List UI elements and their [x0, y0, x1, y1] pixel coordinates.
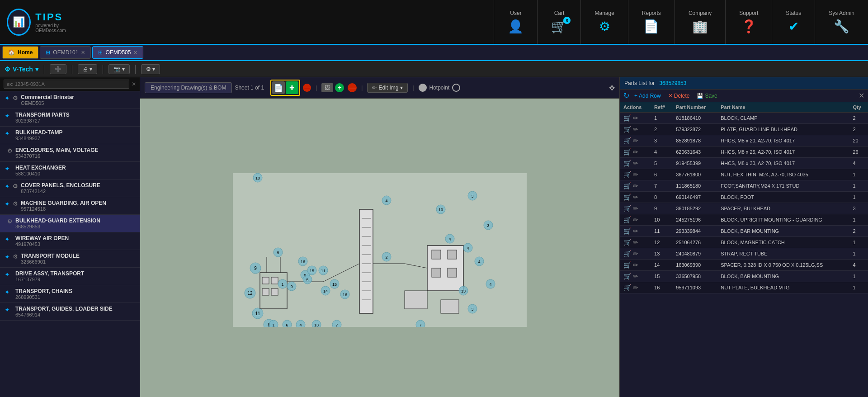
- parts-panel-close[interactable]: ✕: [859, 91, 864, 100]
- sidebar-item[interactable]: ✦ TRANSPORT, CHAINS 268990531: [0, 285, 140, 303]
- save-button[interactable]: 💾 Save: [694, 92, 719, 100]
- row-actions: 🛒 ✏: [620, 226, 651, 237]
- sidebar-item[interactable]: ⚙ ENCLOSURES, MAIN, VOLTAGE 534370716: [0, 144, 140, 162]
- home-tab-icon: 🏠: [8, 49, 15, 56]
- row-cart-icon[interactable]: 🛒: [623, 284, 631, 291]
- sidebar-item[interactable]: ✦ TRANSPORT, GUIDES, LOADER SIDE 6547669…: [0, 303, 140, 321]
- toolbar-add-btn[interactable]: ➕: [50, 64, 66, 74]
- nav-status[interactable]: Status ✔: [772, 0, 815, 44]
- row-cart-icon[interactable]: 🛒: [623, 148, 631, 156]
- svg-text:4: 4: [385, 198, 387, 203]
- nav-user[interactable]: User 👤: [494, 0, 537, 44]
- gear-icon: ⚙: [13, 253, 18, 260]
- nav-reports[interactable]: Reports 📄: [628, 0, 675, 44]
- row-cart-icon[interactable]: 🛒: [623, 182, 631, 189]
- row-edit-icon[interactable]: ✏: [633, 148, 638, 156]
- tab-oemd505[interactable]: ⊞ OEMD505 ✕: [92, 46, 143, 59]
- move-icon[interactable]: ✥: [609, 84, 615, 92]
- row-edit-icon[interactable]: ✏: [633, 194, 638, 201]
- row-cart-icon[interactable]: 🛒: [623, 171, 631, 178]
- row-cart-icon[interactable]: 🛒: [623, 261, 631, 269]
- row-edit-icon[interactable]: ✏: [633, 227, 638, 235]
- row-cart-icon[interactable]: 🛒: [623, 194, 631, 201]
- tab-oemd101-close[interactable]: ✕: [81, 50, 85, 56]
- nav-support[interactable]: Support ❓: [725, 0, 772, 44]
- row-cart-icon[interactable]: 🛒: [623, 205, 631, 212]
- row-cart-icon[interactable]: 🛒: [623, 114, 631, 122]
- sidebar-item[interactable]: ✦ HEAT EXCHANGER 588100410: [0, 162, 140, 180]
- row-part-number: 367761800: [672, 169, 717, 180]
- row-part-number: 690146497: [672, 192, 717, 203]
- row-qty: 1: [849, 169, 868, 180]
- search-input[interactable]: [4, 80, 129, 89]
- row-part-number: 919455399: [672, 158, 717, 169]
- row-edit-icon[interactable]: ✏: [633, 261, 638, 269]
- sidebar-item-id: 534370716: [15, 153, 135, 159]
- row-edit-icon[interactable]: ✏: [633, 273, 638, 280]
- image-page-icon[interactable]: 📄: [272, 81, 285, 94]
- sidebar-item[interactable]: ✦ BULKHEAD-TAMP 934849937: [0, 127, 140, 144]
- sidebar-item[interactable]: ✦ ⚙ Commercial Brinstar OEMD505: [0, 91, 140, 109]
- row-cart-icon[interactable]: 🛒: [623, 273, 631, 280]
- refresh-button[interactable]: ↻: [623, 91, 629, 100]
- sidebar-item-id: 491970453: [15, 241, 135, 247]
- row-cart-icon[interactable]: 🛒: [623, 250, 631, 257]
- sidebar-item-id: 878742142: [21, 189, 135, 194]
- row-edit-icon[interactable]: ✏: [633, 250, 638, 257]
- sidebar-item[interactable]: ✦ ⚙ TRANSPORT MODULE 323666901: [0, 250, 140, 268]
- row-cart-icon[interactable]: 🛒: [623, 126, 631, 133]
- row-edit-icon[interactable]: ✏: [633, 126, 638, 133]
- image-add-btn[interactable]: ✚: [286, 81, 298, 94]
- parts-toolbar: ↻ + Add Row ✕ Delete 💾 Save ✕: [620, 90, 868, 102]
- nav-sysadmin[interactable]: Sys Admin 🔧: [815, 0, 868, 44]
- row-edit-icon[interactable]: ✏: [633, 137, 638, 144]
- drawing-tab[interactable]: Engineering Drawing(s) & BOM: [145, 82, 232, 93]
- row-part-name: HHCS, M8 x 25, A2-70, ISO 4017: [717, 147, 849, 158]
- row-edit-icon[interactable]: ✏: [633, 182, 638, 189]
- toolbar-camera-btn[interactable]: 📷 ▾: [108, 64, 129, 74]
- svg-text:13: 13: [314, 323, 319, 327]
- img-size-add[interactable]: +: [335, 83, 344, 92]
- brand-dropdown-icon[interactable]: ▾: [35, 66, 38, 73]
- row-cart-icon[interactable]: 🛒: [623, 239, 631, 246]
- tab-oemd101[interactable]: ⊞ OEMD101 ✕: [40, 46, 91, 59]
- edit-img-dropdown[interactable]: ▾: [400, 85, 403, 91]
- sidebar-item[interactable]: ✦ DRIVE ASSY, TRANSPORT 167137979: [0, 268, 140, 285]
- tab-home[interactable]: 🏠 Home: [2, 46, 38, 59]
- row-cart-icon[interactable]: 🛒: [623, 227, 631, 235]
- hotpoint-empty-circle[interactable]: [452, 84, 460, 92]
- support-icon: ❓: [741, 19, 757, 34]
- nav-cart[interactable]: Cart 🛒0: [537, 0, 580, 44]
- toolbar-print-btn[interactable]: 🖨 ▾: [78, 64, 97, 74]
- sidebar-item[interactable]: ⚙ BULKHEAD-GUARD EXTENSION 368529853: [0, 215, 140, 232]
- row-cart-icon[interactable]: 🛒: [623, 137, 631, 144]
- sidebar-item[interactable]: ✦ WIREWAY AIR OPEN 491970453: [0, 232, 140, 250]
- row-edit-icon[interactable]: ✏: [633, 171, 638, 178]
- sidebar-item[interactable]: ✦ ⚙ COVER PANELS, ENCLOSURE 878742142: [0, 180, 140, 197]
- row-cart-icon[interactable]: 🛒: [623, 160, 631, 167]
- sidebar-item[interactable]: ✦ TRANSFORM PARTS 302398727: [0, 109, 140, 127]
- row-edit-icon[interactable]: ✏: [633, 160, 638, 167]
- row-edit-icon[interactable]: ✏: [633, 239, 638, 246]
- img-red-btn[interactable]: —: [303, 84, 311, 92]
- sidebar-item[interactable]: ✦ ⚙ MACHINE GUARDING, AIR OPEN 957124518: [0, 197, 140, 215]
- row-edit-icon[interactable]: ✏: [633, 284, 638, 291]
- svg-text:7: 7: [419, 323, 421, 327]
- sidebar-item-name: Commercial Brinstar: [21, 94, 135, 100]
- tab-oemd505-close[interactable]: ✕: [133, 50, 137, 56]
- row-cart-icon[interactable]: 🛒: [623, 216, 631, 223]
- row-edit-icon[interactable]: ✏: [633, 216, 638, 223]
- edit-img-button[interactable]: ✏ Edit Img ▾: [367, 83, 408, 93]
- delete-button[interactable]: ✕ Delete: [666, 92, 692, 100]
- img-size-remove[interactable]: —: [348, 83, 357, 92]
- toolbar-settings-btn[interactable]: ⚙ ▾: [141, 64, 160, 74]
- tab-oemd505-label: OEMD505: [105, 49, 131, 56]
- row-ref: 2: [651, 124, 672, 135]
- row-edit-icon[interactable]: ✏: [633, 205, 638, 212]
- search-clear-icon[interactable]: ✕: [132, 81, 136, 87]
- nav-manage[interactable]: Manage ⚙: [580, 0, 627, 44]
- row-edit-icon[interactable]: ✏: [633, 114, 638, 122]
- table-row: 🛒 ✏ 9 360185292 SPACER, BULKHEAD 3: [620, 203, 868, 214]
- nav-company[interactable]: Company 🏢: [675, 0, 725, 44]
- add-row-button[interactable]: + Add Row: [632, 92, 663, 100]
